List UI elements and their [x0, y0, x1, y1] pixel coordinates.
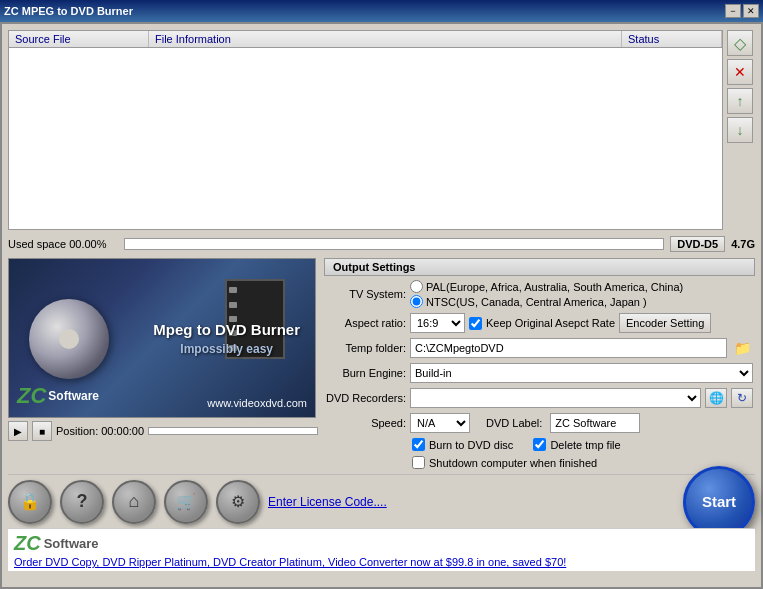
settings-icon: ⚙	[231, 492, 245, 511]
settings-button[interactable]: ⚙	[216, 480, 260, 524]
delete-file-button[interactable]: ✕	[727, 59, 753, 85]
burn-engine-label: Burn Engine:	[326, 367, 406, 379]
film-hole	[229, 287, 237, 293]
bottom-bar: 🔒 ? ⌂ 🛒 ⚙ Enter License Code.... Start	[8, 474, 755, 524]
stop-button[interactable]: ■	[32, 421, 52, 441]
encoder-setting-button[interactable]: Encoder Setting	[619, 313, 711, 333]
help-button[interactable]: ?	[60, 480, 104, 524]
add-file-button[interactable]: ◇	[727, 30, 753, 56]
help-icon: ?	[77, 491, 88, 512]
keep-aspect-checkbox[interactable]	[469, 317, 482, 330]
tv-system-options: PAL(Europe, Africa, Australia, South Ame…	[410, 280, 683, 308]
settings-header: Output Settings	[324, 258, 755, 276]
burn-to-dvd-checkbox[interactable]	[412, 438, 425, 451]
license-link[interactable]: Enter License Code....	[268, 495, 387, 509]
ntsc-radio[interactable]	[410, 295, 423, 308]
used-space-label: Used space 00.00%	[8, 238, 118, 250]
dvd-type-label[interactable]: DVD-D5	[670, 236, 725, 252]
tv-system-row: TV System: PAL(Europe, Africa, Australia…	[324, 279, 755, 309]
temp-folder-input[interactable]	[410, 338, 727, 358]
move-up-button[interactable]: ↑	[727, 88, 753, 114]
checkboxes-row1: Burn to DVD disc Delete tmp file	[324, 437, 755, 452]
preview-title-text: Mpeg to DVD Burner	[153, 321, 300, 338]
close-button[interactable]: ✕	[743, 4, 759, 18]
burn-to-dvd-label: Burn to DVD disc	[429, 439, 513, 451]
dvd-recorders-label: DVD Recorders:	[326, 392, 406, 404]
shop-button[interactable]: 🛒	[164, 480, 208, 524]
move-down-button[interactable]: ↓	[727, 117, 753, 143]
diamond-icon: ◇	[734, 34, 746, 53]
dvd-disc-graphic	[29, 299, 109, 379]
dvd-recorders-select[interactable]	[410, 388, 701, 408]
dvd-recorder-refresh-button[interactable]: ↻	[731, 388, 753, 408]
ntsc-option: NTSC(US, Canada, Central America, Japan …	[410, 295, 683, 308]
minimize-button[interactable]: −	[725, 4, 741, 18]
home-button[interactable]: ⌂	[112, 480, 156, 524]
zc-branding: ZC Software	[17, 383, 99, 409]
footer-zc-logo: ZC	[14, 532, 41, 555]
aspect-ratio-row: Aspect ratio: 16:9 Keep Original Asepct …	[324, 312, 755, 334]
speed-select[interactable]: N/A	[410, 413, 470, 433]
temp-folder-label: Temp folder:	[326, 342, 406, 354]
down-icon: ↓	[737, 122, 744, 138]
player-controls: ▶ ■ Position: 00:00:00	[8, 420, 318, 442]
tv-system-label: TV System:	[326, 288, 406, 300]
shutdown-checkbox[interactable]	[412, 456, 425, 469]
browse-folder-button[interactable]: 📁	[731, 338, 753, 358]
pal-label: PAL(Europe, Africa, Australia, South Ame…	[426, 281, 683, 293]
zc-logo: ZC	[17, 383, 46, 409]
delete-icon: ✕	[734, 64, 746, 80]
file-list-header: Source File File Information Status	[9, 31, 722, 48]
dvd-label-input[interactable]	[550, 413, 640, 433]
progress-bar-container	[124, 238, 664, 250]
footer-promo-link[interactable]: Order DVD Copy, DVD Ripper Platinum, DVD…	[14, 556, 749, 568]
seek-bar[interactable]	[148, 427, 318, 435]
footer-software-text: Software	[44, 536, 99, 551]
play-button[interactable]: ▶	[8, 421, 28, 441]
film-hole	[229, 302, 237, 308]
dvd-label-label: DVD Label:	[486, 417, 542, 429]
preview-title: Mpeg to DVD Burner Impossibly easy	[153, 321, 300, 356]
pal-radio[interactable]	[410, 280, 423, 293]
start-button[interactable]: Start	[683, 466, 755, 538]
lock-button[interactable]: 🔒	[8, 480, 52, 524]
file-list-body	[9, 48, 722, 229]
pal-option: PAL(Europe, Africa, Australia, South Ame…	[410, 280, 683, 293]
footer-bar: ZC Software Order DVD Copy, DVD Ripper P…	[8, 528, 755, 571]
bottom-section: Mpeg to DVD Burner Impossibly easy ZC So…	[8, 258, 755, 470]
preview-panel: Mpeg to DVD Burner Impossibly easy ZC So…	[8, 258, 318, 470]
dvd-recorder-globe-button[interactable]: 🌐	[705, 388, 727, 408]
burn-engine-select[interactable]: Build-in	[410, 363, 753, 383]
burn-engine-row: Burn Engine: Build-in	[324, 362, 755, 384]
temp-folder-row: Temp folder: 📁	[324, 337, 755, 359]
up-icon: ↑	[737, 93, 744, 109]
aspect-ratio-select[interactable]: 16:9	[410, 313, 465, 333]
keep-aspect-label: Keep Original Asepct Rate	[486, 317, 615, 329]
home-icon: ⌂	[129, 491, 140, 512]
preview-image: Mpeg to DVD Burner Impossibly easy ZC So…	[8, 258, 316, 418]
main-window: Source File File Information Status ◇ ✕ …	[0, 22, 763, 589]
software-text: Software	[48, 389, 99, 403]
checkboxes-row2: Shutdown computer when finished	[324, 455, 755, 470]
footer-logo-row: ZC Software	[14, 532, 749, 555]
titlebar: ZC MPEG to DVD Burner − ✕	[0, 0, 763, 22]
settings-panel: Output Settings TV System: PAL(Europe, A…	[324, 258, 755, 470]
aspect-ratio-label: Aspect ratio:	[326, 317, 406, 329]
dvd-recorders-row: DVD Recorders: 🌐 ↻	[324, 387, 755, 409]
titlebar-title: ZC MPEG to DVD Burner	[4, 5, 133, 17]
website-text: www.videoxdvd.com	[207, 397, 307, 409]
shutdown-label: Shutdown computer when finished	[429, 457, 597, 469]
burn-to-dvd-row: Burn to DVD disc	[412, 438, 513, 451]
position-label: Position: 00:00:00	[56, 425, 144, 437]
col-status[interactable]: Status	[622, 31, 722, 47]
delete-tmp-label: Delete tmp file	[550, 439, 620, 451]
col-source-file[interactable]: Source File	[9, 31, 149, 47]
col-file-info[interactable]: File Information	[149, 31, 622, 47]
titlebar-title-text: ZC MPEG to DVD Burner	[4, 5, 133, 17]
dvd-size-label: 4.7G	[731, 238, 755, 250]
ntsc-label: NTSC(US, Canada, Central America, Japan …	[426, 296, 647, 308]
speed-label: Speed:	[326, 417, 406, 429]
titlebar-controls: − ✕	[725, 4, 759, 18]
file-list-panel: Source File File Information Status	[8, 30, 723, 230]
delete-tmp-checkbox[interactable]	[533, 438, 546, 451]
